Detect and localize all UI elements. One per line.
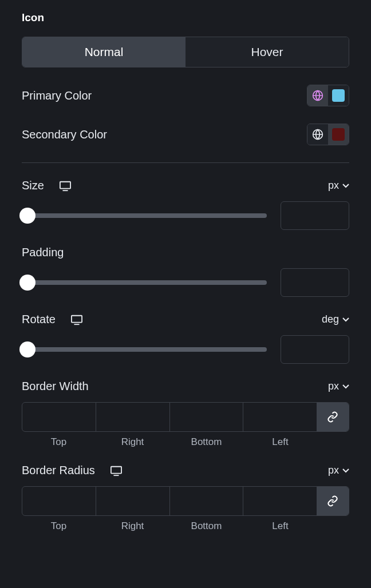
svg-rect-6: [72, 315, 82, 322]
svg-rect-8: [111, 466, 121, 473]
border-width-label: Border Width: [22, 380, 89, 393]
border-width-inputs: [22, 402, 349, 432]
state-tabs: Normal Hover: [22, 37, 349, 67]
border-radius-control: Border Radius px: [22, 464, 349, 532]
border-width-right-label: Right: [96, 436, 169, 448]
size-input[interactable]: [281, 201, 349, 230]
border-width-left-label: Left: [243, 436, 317, 448]
border-width-bottom-input[interactable]: [170, 403, 244, 431]
border-radius-right-input[interactable]: [96, 487, 170, 515]
chevron-down-icon: [342, 468, 349, 473]
border-width-bottom-label: Bottom: [169, 436, 243, 448]
border-radius-link-button[interactable]: [317, 487, 349, 515]
border-radius-inputs: [22, 486, 349, 516]
rotate-slider[interactable]: [22, 347, 267, 352]
chevron-down-icon: [342, 317, 349, 322]
rotate-slider-thumb[interactable]: [19, 341, 35, 357]
primary-color-swatch-button[interactable]: [328, 85, 349, 106]
globe-icon: [312, 90, 323, 101]
rotate-unit-value: deg: [322, 313, 339, 325]
border-radius-left-input[interactable]: [243, 487, 317, 515]
link-icon: [327, 495, 338, 507]
primary-color-swatch: [332, 89, 345, 102]
size-slider[interactable]: [22, 213, 267, 218]
primary-color-label: Primary Color: [22, 89, 92, 102]
size-unit-value: px: [328, 180, 339, 192]
secondary-color-label: Secondary Color: [22, 128, 107, 141]
padding-slider[interactable]: [22, 280, 267, 285]
padding-label: Padding: [22, 246, 64, 259]
border-radius-side-labels: Top Right Bottom Left: [22, 521, 349, 532]
secondary-color-controls: [307, 124, 349, 145]
border-width-unit-dropdown[interactable]: px: [328, 380, 349, 392]
border-width-top-label: Top: [22, 436, 96, 448]
primary-color-controls: [307, 85, 349, 106]
divider: [22, 162, 349, 163]
border-radius-top-label: Top: [22, 521, 96, 532]
secondary-color-global-button[interactable]: [307, 124, 328, 145]
secondary-color-swatch-button[interactable]: [328, 124, 349, 145]
border-width-top-input[interactable]: [22, 403, 96, 431]
padding-control: Padding: [22, 246, 349, 297]
link-icon: [327, 411, 338, 423]
rotate-control: Rotate deg: [22, 313, 349, 364]
border-radius-unit-dropdown[interactable]: px: [328, 464, 349, 476]
size-label: Size: [22, 179, 44, 192]
size-slider-thumb[interactable]: [19, 208, 35, 224]
rotate-unit-dropdown[interactable]: deg: [322, 313, 349, 325]
desktop-icon[interactable]: [110, 465, 123, 476]
border-radius-left-label: Left: [243, 521, 317, 532]
chevron-down-icon: [342, 384, 349, 389]
border-width-left-input[interactable]: [243, 403, 317, 431]
border-radius-bottom-input[interactable]: [170, 487, 244, 515]
rotate-input[interactable]: [281, 335, 349, 364]
desktop-icon[interactable]: [59, 180, 72, 192]
svg-rect-4: [60, 181, 70, 188]
tab-normal[interactable]: Normal: [22, 37, 186, 67]
border-width-control: Border Width px Top Right Bottom Left: [22, 380, 349, 448]
tab-hover[interactable]: Hover: [186, 37, 349, 67]
border-width-side-labels: Top Right Bottom Left: [22, 436, 349, 448]
border-radius-unit-value: px: [328, 464, 339, 476]
size-control: Size px: [22, 179, 349, 230]
size-unit-dropdown[interactable]: px: [328, 180, 349, 192]
border-width-right-input[interactable]: [96, 403, 170, 431]
padding-input[interactable]: [281, 268, 349, 297]
secondary-color-swatch: [332, 128, 345, 141]
border-radius-label: Border Radius: [22, 464, 95, 477]
border-width-unit-value: px: [328, 380, 339, 392]
padding-slider-thumb[interactable]: [19, 275, 35, 291]
globe-icon: [312, 129, 323, 140]
border-radius-bottom-label: Bottom: [169, 521, 243, 532]
desktop-icon[interactable]: [70, 314, 83, 325]
section-title: Icon: [22, 11, 349, 24]
primary-color-global-button[interactable]: [307, 85, 328, 106]
rotate-label: Rotate: [22, 313, 56, 326]
border-radius-top-input[interactable]: [22, 487, 96, 515]
border-width-link-button[interactable]: [317, 403, 349, 431]
primary-color-row: Primary Color: [22, 85, 349, 106]
secondary-color-row: Secondary Color: [22, 124, 349, 145]
border-radius-right-label: Right: [96, 521, 169, 532]
chevron-down-icon: [342, 184, 349, 188]
